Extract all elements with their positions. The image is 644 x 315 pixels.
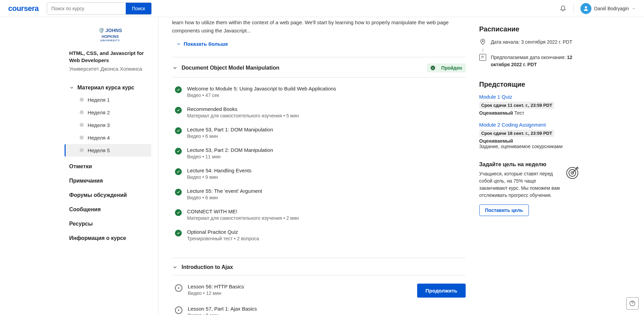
nav-section-material: Материал курса курс Неделя 1Неделя 2Неде… bbox=[69, 82, 151, 157]
upcoming-link[interactable]: Module 2 Coding Assignment bbox=[479, 122, 580, 128]
sidebar-link-0[interactable]: Отметки bbox=[69, 159, 151, 174]
nav-header-label: Материал курса курс bbox=[78, 85, 135, 91]
check-icon bbox=[175, 107, 182, 114]
play-icon bbox=[175, 306, 182, 314]
right-panel: Расписание Дата начала: 3 сентября 2022 … bbox=[479, 17, 589, 315]
lesson-item[interactable]: Recommended BooksМатериал для самостояте… bbox=[172, 102, 466, 123]
lesson-meta: Материал для самостоятельного изучения •… bbox=[187, 113, 466, 118]
upcoming-sub: Оцениваемый Тест bbox=[479, 110, 580, 116]
continue-button[interactable]: Продолжить bbox=[417, 284, 465, 298]
user-menu[interactable]: Daniil Bodryagin bbox=[580, 3, 636, 14]
lesson-meta: Видео • 11 мин bbox=[187, 154, 466, 159]
sidebar-link-1[interactable]: Примечания bbox=[69, 174, 151, 188]
container: 🛡️ JOHNS HOPKINS UNIVERSITY HTML, CSS, a… bbox=[56, 17, 589, 315]
lesson-meta: Видео • 47 сек bbox=[187, 92, 466, 98]
lesson-item[interactable]: Lesson 57, Part 1: Ajax BasicsВидео • 5 … bbox=[172, 302, 466, 315]
sidebar-week-4[interactable]: Неделя 4 bbox=[69, 131, 151, 144]
passed-badge: Пройден bbox=[427, 63, 466, 72]
coursera-logo[interactable]: coursera bbox=[8, 4, 39, 13]
lesson-title: Optional Practice Quiz bbox=[187, 229, 466, 235]
sidebar-week-2[interactable]: Неделя 2 bbox=[69, 106, 151, 119]
target-icon bbox=[565, 165, 580, 180]
header-right: Daniil Bodryagin bbox=[560, 3, 636, 14]
week-label: Неделя 4 bbox=[88, 135, 110, 141]
week-label: Неделя 1 bbox=[88, 97, 110, 103]
help-button[interactable] bbox=[626, 297, 639, 310]
status-dot bbox=[80, 110, 84, 114]
schedule-heading: Расписание bbox=[479, 25, 580, 33]
sidebar-link-4[interactable]: Ресурсы bbox=[69, 217, 151, 231]
upcoming-sub: Оцениваемый bbox=[479, 138, 580, 144]
main: learn how to utilize them within the con… bbox=[158, 17, 479, 315]
status-dot bbox=[80, 98, 84, 102]
section-title: Introduction to Ajax bbox=[182, 264, 233, 270]
week-label: Неделя 2 bbox=[88, 110, 110, 115]
lesson-item[interactable]: CONNECT WITH ME!Материал для самостоятел… bbox=[172, 204, 466, 225]
section-header[interactable]: Introduction to Ajax bbox=[172, 259, 466, 275]
chevron-down-icon bbox=[172, 264, 178, 270]
lesson-item[interactable]: Lesson 56: HTTP BasicsВидео • 12 минПрод… bbox=[172, 280, 466, 302]
sidebar-link-2[interactable]: Форумы обсуждений bbox=[69, 188, 151, 202]
sidebar-week-3[interactable]: Неделя 3 bbox=[69, 119, 151, 131]
location-icon bbox=[479, 39, 486, 45]
avatar bbox=[580, 3, 591, 14]
module-description: learn how to utilize them within the con… bbox=[172, 17, 466, 35]
help-icon bbox=[629, 300, 636, 307]
search-button[interactable]: Поиск bbox=[126, 3, 151, 14]
show-more-button[interactable]: Показать больше bbox=[172, 39, 232, 49]
flag-icon bbox=[479, 54, 486, 61]
status-dot bbox=[80, 135, 84, 140]
show-more-label: Показать больше bbox=[184, 41, 228, 47]
lesson-title: Lesson 56: HTTP Basics bbox=[188, 284, 412, 289]
lesson-title: Lecture 54: Handling Events bbox=[187, 168, 466, 173]
lesson-title: Recommended Books bbox=[187, 106, 466, 112]
sidebar-link-3[interactable]: Сообщения bbox=[69, 202, 151, 217]
schedule-connector bbox=[483, 48, 483, 52]
check-icon bbox=[175, 230, 182, 237]
check-icon bbox=[175, 168, 182, 175]
lesson-title: Lesson 57, Part 1: Ajax Basics bbox=[188, 306, 466, 312]
check-icon bbox=[175, 209, 182, 216]
status-dot bbox=[80, 123, 84, 127]
upcoming-link[interactable]: Module 1 Quiz bbox=[479, 94, 580, 100]
section-title: Document Object Model Manipulation bbox=[182, 65, 279, 71]
lesson-list: Welcome to Module 5: Using Javascript to… bbox=[172, 77, 466, 249]
nav-header-material[interactable]: Материал курса курс bbox=[69, 82, 151, 94]
lesson-title: Lecture 53, Part 1: DOM Manipulation bbox=[187, 127, 466, 132]
bell-icon[interactable] bbox=[560, 4, 566, 12]
header: coursera Поиск Daniil Bodryagin bbox=[0, 0, 644, 17]
lesson-item[interactable]: Welcome to Module 5: Using Javascript to… bbox=[172, 82, 466, 102]
check-icon bbox=[175, 189, 182, 196]
chevron-down-icon bbox=[632, 6, 636, 11]
course-title[interactable]: HTML, CSS, and Javascript for Web Develo… bbox=[69, 49, 151, 64]
lesson-meta: Видео • 6 мин bbox=[187, 195, 466, 200]
svg-point-0 bbox=[431, 66, 435, 70]
upcoming-section: Предстоящие Module 1 QuizСрок сдачи 11 с… bbox=[479, 81, 580, 149]
sidebar-week-1[interactable]: Неделя 1 bbox=[69, 94, 151, 106]
chevron-down-icon bbox=[69, 85, 74, 90]
lesson-item[interactable]: Lecture 53, Part 1: DOM ManipulationВиде… bbox=[172, 123, 466, 143]
chevron-down-icon bbox=[172, 65, 178, 71]
username: Daniil Bodryagin bbox=[594, 6, 629, 11]
lesson-meta: Видео • 6 мин bbox=[187, 133, 466, 139]
svg-point-1 bbox=[482, 41, 483, 42]
set-goal-button[interactable]: Поставить цель bbox=[479, 204, 529, 216]
univ-logo-line3: UNIVERSITY bbox=[98, 39, 122, 42]
upcoming-heading: Предстоящие bbox=[479, 81, 580, 88]
sidebar-link-5[interactable]: Информация о курсе bbox=[69, 231, 151, 245]
search-input[interactable] bbox=[47, 3, 126, 14]
sidebar-week-5[interactable]: Неделя 5 bbox=[65, 144, 151, 157]
check-icon bbox=[175, 148, 182, 155]
lesson-item[interactable]: Lecture 53, Part 2: DOM ManipulationВиде… bbox=[172, 143, 466, 163]
section-1: Introduction to AjaxLesson 56: HTTP Basi… bbox=[172, 258, 466, 315]
start-date: 3 сентября 2022 г. PDT bbox=[521, 39, 572, 45]
lesson-item[interactable]: Lecture 54: Handling EventsВидео • 9 мин bbox=[172, 163, 466, 184]
lesson-item[interactable]: Optional Practice QuizТренировочный тест… bbox=[172, 225, 466, 245]
section-0: Document Object Model ManipulationПройде… bbox=[172, 57, 466, 249]
upcoming-due-badge: Срок сдачи 11 сент. г., 23:59 PDT bbox=[479, 102, 554, 109]
lesson-title: Lecture 55: The 'event' Argument bbox=[187, 188, 466, 194]
schedule-end: Предполагаемая дата окончания: 12 октябр… bbox=[479, 54, 580, 68]
section-header[interactable]: Document Object Model ManipulationПройде… bbox=[172, 59, 466, 77]
search-wrap: Поиск bbox=[47, 2, 152, 15]
lesson-item[interactable]: Lecture 55: The 'event' ArgumentВидео • … bbox=[172, 184, 466, 204]
